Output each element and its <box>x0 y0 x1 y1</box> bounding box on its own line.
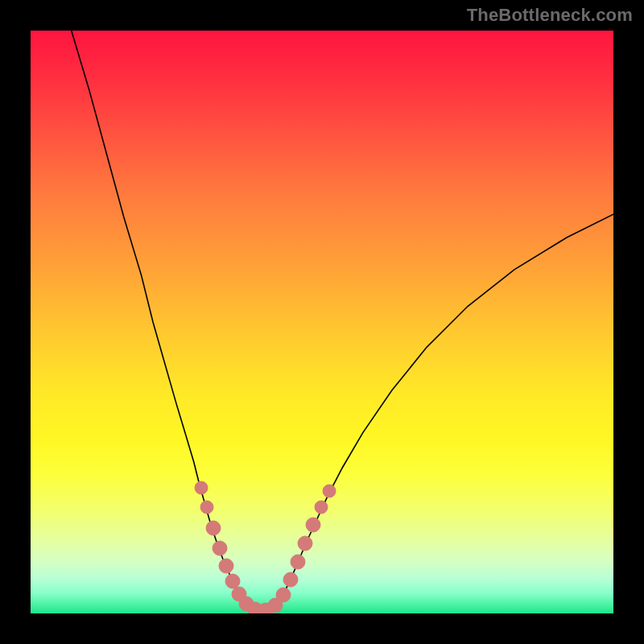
svg-point-12 <box>283 572 298 587</box>
curve-right <box>279 214 613 603</box>
svg-point-1 <box>200 501 213 514</box>
svg-point-0 <box>195 481 208 494</box>
chart-frame: TheBottleneck.com <box>0 0 644 644</box>
svg-point-11 <box>276 588 291 602</box>
svg-point-13 <box>291 555 305 569</box>
bottleneck-curve <box>31 31 613 613</box>
dotted-overlay <box>195 481 336 613</box>
svg-point-15 <box>306 518 320 532</box>
svg-point-3 <box>213 541 227 555</box>
svg-point-2 <box>206 521 221 535</box>
svg-point-17 <box>323 485 336 497</box>
svg-point-4 <box>219 559 233 573</box>
plot-area <box>31 31 613 613</box>
svg-point-14 <box>298 536 312 551</box>
curve-left <box>72 31 246 603</box>
watermark-text: TheBottleneck.com <box>467 5 633 26</box>
svg-point-5 <box>225 574 240 588</box>
svg-point-16 <box>315 501 328 514</box>
